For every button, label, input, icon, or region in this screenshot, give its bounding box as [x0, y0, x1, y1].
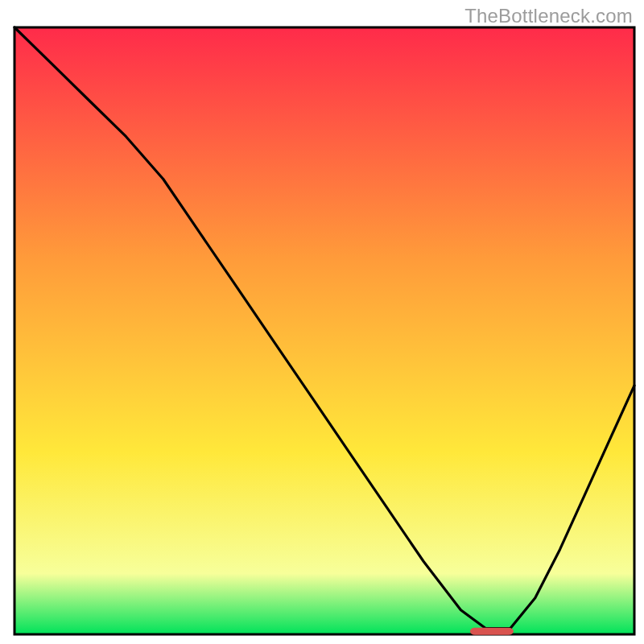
watermark-text: TheBottleneck.com — [464, 5, 633, 27]
optimal-marker — [470, 628, 514, 635]
chart-container: TheBottleneck.com — [0, 0, 644, 644]
bottleneck-chart — [0, 0, 644, 644]
